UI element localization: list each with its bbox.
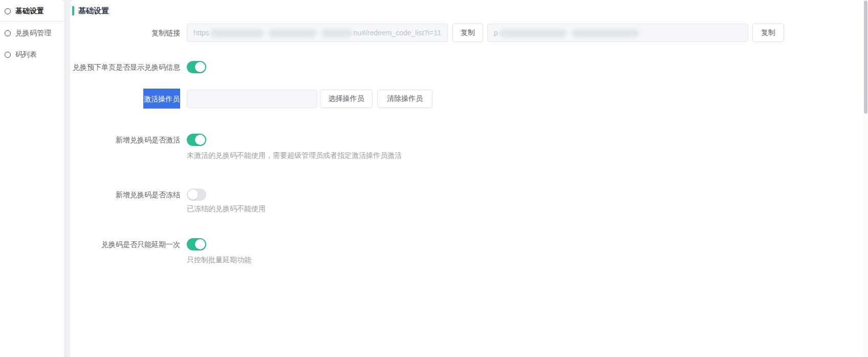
toggle-knob bbox=[195, 239, 205, 249]
sidebar-item-code-management[interactable]: 兑换码管理 bbox=[0, 23, 64, 44]
redacted-blur bbox=[500, 29, 639, 37]
radio-circle-icon bbox=[5, 30, 11, 36]
extend-once-row: 兑换码是否只能延期一次 bbox=[70, 238, 863, 250]
new-code-activated-toggle[interactable] bbox=[187, 134, 206, 146]
scrollbar-thumb[interactable] bbox=[864, 1, 867, 114]
extend-once-toggle[interactable] bbox=[187, 238, 206, 250]
activation-operator-label: 激活操作员 bbox=[70, 89, 180, 109]
url-suffix: nu#/redeem_code_list?i=11 bbox=[354, 29, 441, 37]
selected-text-highlight: 激活操作员 bbox=[143, 89, 180, 109]
show-code-info-label: 兑换预下单页是否显示兑换码信息 bbox=[70, 62, 180, 72]
sidebar-item-label: 基础设置 bbox=[15, 7, 44, 16]
clear-operator-button[interactable]: 清除操作员 bbox=[377, 90, 432, 108]
toggle-knob bbox=[195, 135, 205, 145]
sidebar-item-label: 兑换码管理 bbox=[15, 29, 51, 38]
new-code-frozen-hint: 已冻结的兑换码不能使用 bbox=[187, 203, 863, 214]
radio-circle-icon bbox=[5, 52, 11, 58]
show-code-info-toggle[interactable] bbox=[187, 61, 206, 73]
new-code-activated-label: 新增兑换码是否激活 bbox=[70, 135, 180, 145]
scrollbar[interactable] bbox=[863, 0, 868, 357]
new-code-frozen-toggle[interactable] bbox=[187, 188, 206, 201]
sidebar-item-code-list[interactable]: 码列表 bbox=[0, 45, 64, 65]
show-code-info-row: 兑换预下单页是否显示兑换码信息 bbox=[70, 61, 863, 73]
page-title: 基础设置 bbox=[78, 6, 109, 16]
redacted-blur-segment bbox=[500, 29, 566, 37]
sidebar-item-basic-settings[interactable]: 基础设置 bbox=[0, 1, 64, 22]
url-prefix: p bbox=[494, 29, 498, 37]
settings-panel: 基础设置 复制链接 https nu#/redeem_code_list?i=1… bbox=[70, 0, 863, 357]
extend-once-hint: 只控制批量延期功能 bbox=[187, 255, 863, 265]
toggle-knob bbox=[195, 62, 205, 72]
activation-operator-row: 激活操作员 选择操作员 清除操作员 bbox=[70, 89, 863, 109]
copy-link-label: 复制链接 bbox=[70, 28, 180, 38]
new-code-frozen-row: 新增兑换码是否冻结 bbox=[70, 188, 863, 201]
copy-button-secondary[interactable]: 复制 bbox=[752, 24, 784, 42]
new-code-frozen-label: 新增兑换码是否冻结 bbox=[70, 190, 180, 200]
settings-sidebar: 基础设置 兑换码管理 码列表 bbox=[0, 0, 65, 357]
select-operator-button[interactable]: 选择操作员 bbox=[320, 90, 373, 108]
redacted-blur-segment bbox=[321, 29, 352, 37]
new-code-activated-hint: 未激活的兑换码不能使用，需要超级管理员或者指定激活操作员激活 bbox=[187, 150, 863, 160]
copy-button-primary[interactable]: 复制 bbox=[452, 24, 483, 42]
url-prefix: https bbox=[193, 29, 209, 37]
redacted-blur-segment bbox=[210, 29, 263, 37]
radio-circle-icon bbox=[5, 8, 11, 14]
copy-link-input-primary[interactable]: https nu#/redeem_code_list?i=11 bbox=[187, 24, 448, 42]
redacted-blur-segment bbox=[572, 29, 639, 37]
copy-link-row: 复制链接 https nu#/redeem_code_list?i=11 复制 … bbox=[70, 24, 863, 42]
extend-once-label: 兑换码是否只能延期一次 bbox=[70, 239, 180, 249]
activation-operator-input[interactable] bbox=[187, 90, 317, 108]
sidebar-item-label: 码列表 bbox=[15, 50, 37, 59]
accent-bar bbox=[72, 6, 74, 15]
redacted-blur-segment bbox=[269, 29, 317, 37]
panel-header: 基础设置 bbox=[70, 0, 863, 16]
redacted-blur bbox=[210, 29, 352, 37]
new-code-activated-row: 新增兑换码是否激活 bbox=[70, 134, 863, 146]
toggle-knob bbox=[188, 190, 198, 200]
copy-link-input-secondary[interactable]: p bbox=[487, 24, 748, 42]
